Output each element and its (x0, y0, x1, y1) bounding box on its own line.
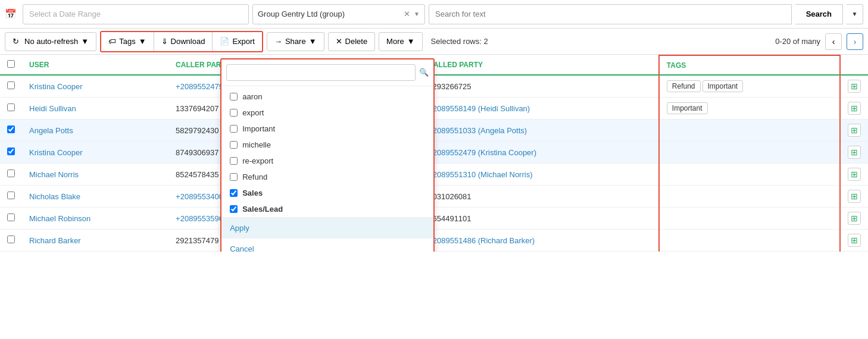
dropdown-item-checkbox[interactable] (230, 173, 238, 181)
called-party-value: +2089552479 (Kristina Cooper) (428, 148, 536, 157)
search-button[interactable]: Search (795, 4, 843, 24)
search-dropdown-arrow[interactable]: ▼ (847, 4, 863, 24)
pagination: 0-20 of many ‹ › (775, 33, 863, 50)
no-auto-refresh-arrow: ▼ (81, 37, 89, 46)
dropdown-item[interactable]: michelle (221, 137, 433, 153)
group-selector[interactable]: Group Gentry Ltd (group) ✕ ▼ (252, 4, 425, 24)
tags-cell (659, 164, 840, 186)
group-close-icon[interactable]: ✕ (404, 10, 410, 18)
search-text-input[interactable] (429, 4, 792, 24)
download-icon: ⇓ (161, 37, 168, 46)
add-tag-button[interactable]: ⊞ (848, 146, 861, 159)
dropdown-item-checkbox[interactable] (230, 205, 238, 213)
called-party-cell: +2089558149 (Heidi Sullivan) (421, 98, 659, 120)
select-all-header[interactable] (0, 55, 22, 75)
dropdown-item-checkbox[interactable] (230, 109, 238, 117)
dropdown-item[interactable]: Sales (221, 185, 433, 201)
add-tag-button[interactable]: ⊞ (848, 168, 861, 181)
refresh-icon: ↻ (13, 37, 19, 46)
user-link[interactable]: Kristina Cooper (29, 148, 83, 157)
dropdown-item-checkbox[interactable] (230, 93, 238, 101)
group-dropdown-icon[interactable]: ▼ (414, 11, 420, 17)
select-all-checkbox[interactable] (7, 60, 15, 68)
dropdown-item-label: Important (242, 124, 275, 133)
row-checkbox[interactable] (7, 236, 15, 243)
dropdown-item[interactable]: export (221, 105, 433, 121)
dropdown-item-label: Sales/Lead (242, 205, 283, 214)
dropdown-item-checkbox[interactable] (230, 125, 238, 133)
caller-party-value: 2921357479 (176, 236, 218, 245)
row-checkbox[interactable] (7, 214, 15, 221)
dropdown-item[interactable]: re-export (221, 153, 433, 169)
prev-page-button[interactable]: ‹ (825, 33, 842, 50)
called-party-value: +2089551033 (Angela Potts) (428, 126, 527, 135)
user-link[interactable]: Heidi Sullivan (29, 104, 76, 113)
add-tag-button[interactable]: ⊞ (848, 212, 861, 225)
tag-icon: 🏷 (108, 37, 116, 46)
no-auto-refresh-button[interactable]: ↻ No auto-refresh ▼ (5, 32, 96, 51)
row-checkbox[interactable] (7, 192, 15, 199)
dropdown-item-label: Sales (242, 189, 263, 197)
called-party-value: +2089551486 (Richard Barker) (428, 236, 535, 245)
user-link[interactable]: Michael Norris (29, 170, 79, 179)
tags-cell: Important (659, 98, 840, 120)
dropdown-item[interactable]: aaron (221, 89, 433, 105)
called-party-value: +2089551310 (Michael Norris) (428, 170, 532, 179)
row-checkbox[interactable] (7, 147, 15, 155)
more-button[interactable]: More ▼ (379, 32, 423, 51)
dropdown-apply-button[interactable]: Apply (221, 218, 433, 238)
called-party-value: 4031026081 (428, 192, 471, 201)
row-checkbox[interactable] (7, 81, 15, 89)
tags-download-export-group: 🏷 Tags ▼ ⇓ Download 📄 Export 🔍 aaronexpo… (100, 31, 263, 52)
user-link[interactable]: Angela Potts (29, 126, 73, 135)
dropdown-search-input[interactable] (226, 64, 416, 81)
tags-column-header: TAGS (659, 55, 840, 75)
dropdown-item-label: aaron (242, 92, 262, 101)
dropdown-item[interactable]: Sales/Lead (221, 201, 433, 217)
no-auto-refresh-label: No auto-refresh (24, 37, 78, 46)
top-bar: 📅 Select a Date Range Group Gentry Ltd (… (0, 0, 868, 29)
export-button[interactable]: 📄 Export (213, 32, 262, 51)
called-party-cell: +2089551310 (Michael Norris) (421, 164, 659, 186)
dropdown-item-label: Refund (242, 172, 267, 181)
called-party-cell: 8293266725 (421, 75, 659, 98)
caller-party-value: 8749306937 (176, 148, 218, 157)
add-tag-button[interactable]: ⊞ (848, 190, 861, 203)
add-tag-button[interactable]: ⊞ (848, 80, 861, 93)
tags-cell (659, 208, 840, 230)
dropdown-item[interactable]: Refund (221, 169, 433, 185)
called-party-cell: +2089551033 (Angela Potts) (421, 120, 659, 142)
add-tag-button[interactable]: ⊞ (848, 102, 861, 115)
row-checkbox[interactable] (7, 103, 15, 111)
share-button[interactable]: → Share ▼ (267, 32, 324, 51)
add-tag-button[interactable]: ⊞ (848, 234, 861, 247)
dropdown-cancel-button[interactable]: Cancel (221, 238, 433, 252)
tag-badge: Important (702, 80, 744, 92)
user-link[interactable]: Michael Robinson (29, 214, 90, 223)
date-range-input[interactable]: Select a Date Range (23, 4, 249, 24)
user-link[interactable]: Kristina Cooper (29, 82, 83, 91)
download-button[interactable]: ⇓ Download (154, 32, 213, 51)
dropdown-item-checkbox[interactable] (230, 157, 238, 165)
user-link[interactable]: Richard Barker (29, 236, 81, 245)
delete-button[interactable]: ✕ Delete (328, 32, 376, 51)
dropdown-item[interactable]: Important (221, 121, 433, 137)
user-link[interactable]: Nicholas Blake (29, 192, 80, 201)
called-party-column-header: CALLED PARTY (421, 55, 659, 75)
dropdown-search-icon: 🔍 (419, 68, 429, 77)
tags-cell (659, 142, 840, 164)
tags-cell (659, 230, 840, 252)
tag-badge: Refund (667, 80, 701, 92)
row-checkbox[interactable] (7, 125, 15, 133)
caller-party-value: 1337694207 (176, 104, 218, 113)
add-tag-button[interactable]: ⊞ (848, 124, 861, 137)
tags-arrow: ▼ (139, 37, 146, 46)
dropdown-item-checkbox[interactable] (230, 189, 238, 197)
action-column-header (840, 55, 868, 75)
next-page-button[interactable]: › (847, 33, 863, 50)
pagination-range: 0-20 of many (775, 37, 820, 46)
tags-cell (659, 120, 840, 142)
tags-button[interactable]: 🏷 Tags ▼ (101, 32, 154, 51)
dropdown-item-checkbox[interactable] (230, 141, 238, 149)
row-checkbox[interactable] (7, 170, 15, 177)
